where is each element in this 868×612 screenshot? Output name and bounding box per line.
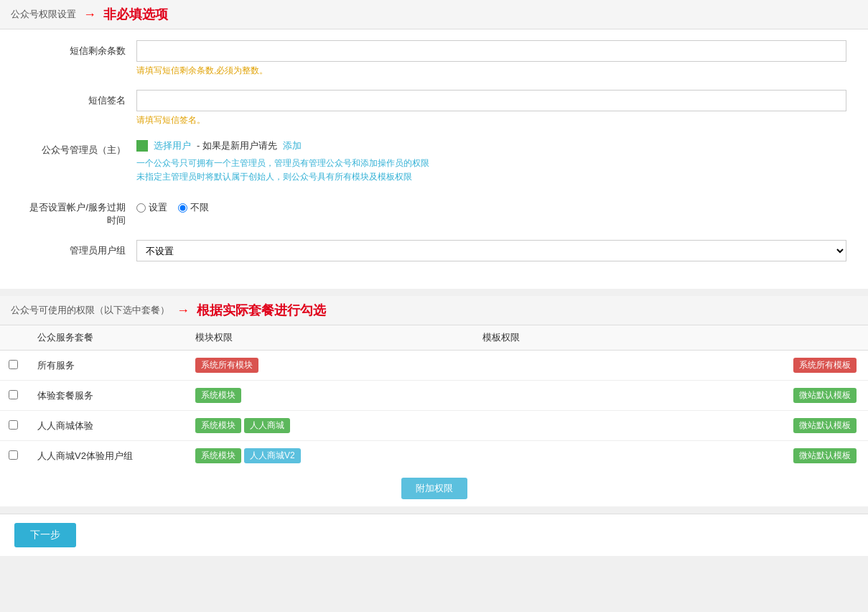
sms-sign-content: 请填写短信签名。 [136, 90, 846, 126]
radio-unlimited-text: 不限 [190, 201, 209, 214]
template-tags-cell: 微站默认模板 [474, 411, 868, 441]
section2-header-label: 公众号可使用的权限（以下选中套餐） [11, 304, 169, 317]
section1-header: 公众号权限设置 → 非必填选项 [0, 0, 868, 29]
module-tags-cell: 系统模块人人商城V2 [187, 441, 474, 471]
green-indicator [136, 140, 148, 152]
section1-arrow-icon: → [83, 7, 96, 22]
module-tag: 系统模块 [195, 388, 241, 403]
manager-content: 选择用户 - 如果是新用户请先 添加 一个公众号只可拥有一个主管理员，管理员有管… [136, 139, 846, 184]
service-name-cell: 人人商城V2体验用户组 [29, 441, 187, 471]
manager-row: 公众号管理员（主） 选择用户 - 如果是新用户请先 添加 一个公众号只可拥有一个… [22, 139, 846, 184]
col-module-header: 模块权限 [187, 325, 474, 351]
sms-sign-input[interactable] [136, 90, 846, 111]
sms-remaining-row: 短信剩余条数 请填写短信剩余条数,必须为整数。 [22, 40, 846, 77]
table-row: 人人商城体验系统模块人人商城微站默认模板 [0, 411, 868, 441]
row-checkbox-cell [0, 441, 29, 471]
table-body: 所有服务系统所有模块系统所有模板体验套餐服务系统模块微站默认模板人人商城体验系统… [0, 351, 868, 471]
manager-middle-text: - 如果是新用户请先 [197, 139, 277, 152]
table-row: 所有服务系统所有模块系统所有模板 [0, 351, 868, 381]
table-row: 人人商城V2体验用户组系统模块人人商城V2微站默认模板 [0, 441, 868, 471]
module-tags-cell: 系统所有模块 [187, 351, 474, 381]
radio-set-text: 设置 [149, 201, 167, 214]
row-checkbox-cell [0, 411, 29, 441]
module-tags-cell: 系统模块 [187, 381, 474, 411]
row-checkbox[interactable] [9, 360, 18, 369]
attach-row: 附加权限 [0, 470, 868, 506]
radio-set-label[interactable]: 设置 [136, 201, 167, 214]
sms-sign-label: 短信签名 [22, 90, 136, 107]
module-tag: 系统模块 [195, 448, 241, 463]
page-container: 公众号权限设置 → 非必填选项 短信剩余条数 请填写短信剩余条数,必须为整数。 … [0, 0, 868, 612]
sms-sign-hint: 请填写短信签名。 [136, 114, 846, 126]
template-tags-cell: 微站默认模板 [474, 441, 868, 471]
sms-remaining-label: 短信剩余条数 [22, 40, 136, 57]
col-service-header: 公众服务套餐 [29, 325, 187, 351]
section2-header: 公众号可使用的权限（以下选中套餐） → 根据实际套餐进行勾选 [0, 296, 868, 325]
module-tags-cell: 系统模块人人商城 [187, 411, 474, 441]
template-tags-cell: 微站默认模板 [474, 381, 868, 411]
sms-remaining-content: 请填写短信剩余条数,必须为整数。 [136, 40, 846, 77]
usergroup-row: 管理员用户组 不设置 [22, 240, 846, 261]
table-header-row: 公众服务套餐 模块权限 模板权限 [0, 325, 868, 351]
service-name-cell: 体验套餐服务 [29, 381, 187, 411]
sms-sign-row: 短信签名 请填写短信签名。 [22, 90, 846, 126]
section1: 公众号权限设置 → 非必填选项 短信剩余条数 请填写短信剩余条数,必须为整数。 … [0, 0, 868, 289]
manager-label: 公众号管理员（主） [22, 139, 136, 157]
service-name-cell: 人人商城体验 [29, 411, 187, 441]
manager-select-row: 选择用户 - 如果是新用户请先 添加 [136, 139, 846, 152]
expire-row: 是否设置帐户/服务过期时间 设置 不限 [22, 197, 846, 227]
radio-unlimited-label[interactable]: 不限 [178, 201, 209, 214]
col-checkbox-header [0, 325, 29, 351]
expire-label: 是否设置帐户/服务过期时间 [22, 197, 136, 227]
section2-header-title: 根据实际套餐进行勾选 [197, 302, 326, 319]
section1-body: 短信剩余条数 请填写短信剩余条数,必须为整数。 短信签名 请填写短信签名。 公众… [0, 29, 868, 289]
manager-desc-line1: 一个公众号只可拥有一个主管理员，管理员有管理公众号和添加操作员的权限 [136, 157, 846, 170]
module-tag: 人人商城V2 [244, 448, 301, 463]
template-tag: 微站默认模板 [793, 448, 857, 463]
manager-desc-line2: 未指定主管理员时将默认属于创始人，则公众号具有所有模块及模板权限 [136, 170, 846, 184]
section1-header-label: 公众号权限设置 [11, 8, 76, 21]
row-checkbox[interactable] [9, 450, 18, 460]
col-template-header: 模板权限 [474, 325, 868, 351]
usergroup-content: 不设置 [136, 240, 846, 261]
template-tags-cell: 系统所有模板 [474, 351, 868, 381]
permissions-table: 公众服务套餐 模块权限 模板权限 所有服务系统所有模块系统所有模板体验套餐服务系… [0, 325, 868, 506]
radio-set-input[interactable] [136, 203, 146, 213]
attach-button[interactable]: 附加权限 [401, 478, 467, 499]
module-tag: 系统模块 [195, 418, 241, 433]
table-row: 体验套餐服务系统模块微站默认模板 [0, 381, 868, 411]
select-user-link[interactable]: 选择用户 [154, 139, 191, 152]
expire-content: 设置 不限 [136, 197, 846, 214]
module-tag: 人人商城 [244, 418, 290, 433]
add-user-link[interactable]: 添加 [283, 139, 302, 152]
attach-cell: 附加权限 [0, 470, 868, 506]
template-tag: 系统所有模板 [793, 358, 857, 373]
usergroup-select[interactable]: 不设置 [136, 240, 846, 261]
service-name-cell: 所有服务 [29, 351, 187, 381]
section2-body: 公众服务套餐 模块权限 模板权限 所有服务系统所有模块系统所有模板体验套餐服务系… [0, 325, 868, 506]
module-tag: 系统所有模块 [195, 358, 258, 373]
section1-header-title: 非必填选项 [103, 6, 168, 23]
usergroup-label: 管理员用户组 [22, 240, 136, 257]
next-button[interactable]: 下一步 [14, 523, 76, 547]
row-checkbox[interactable] [9, 390, 18, 399]
section2-arrow-icon: → [177, 303, 190, 318]
sms-remaining-hint: 请填写短信剩余条数,必须为整数。 [136, 65, 846, 77]
row-checkbox[interactable] [9, 420, 18, 430]
row-checkbox-cell [0, 381, 29, 411]
row-checkbox-cell [0, 351, 29, 381]
section2: 公众号可使用的权限（以下选中套餐） → 根据实际套餐进行勾选 公众服务套餐 模块… [0, 296, 868, 506]
manager-desc: 一个公众号只可拥有一个主管理员，管理员有管理公众号和添加操作员的权限 未指定主管… [136, 157, 846, 184]
template-tag: 微站默认模板 [793, 388, 857, 403]
radio-row: 设置 不限 [136, 197, 846, 214]
sms-remaining-input[interactable] [136, 40, 846, 62]
bottom-bar: 下一步 [0, 514, 868, 556]
radio-unlimited-input[interactable] [178, 203, 187, 213]
template-tag: 微站默认模板 [793, 418, 857, 433]
